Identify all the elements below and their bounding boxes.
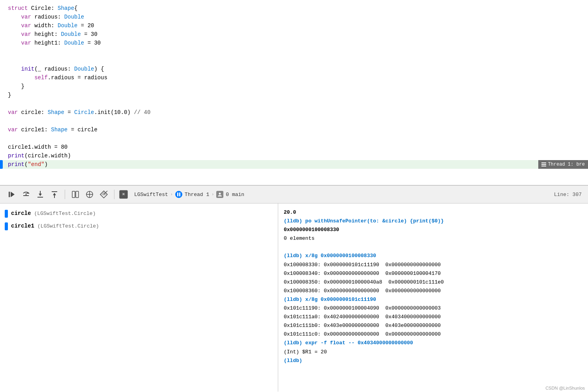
code-line-11: } (8, 91, 588, 99)
var-type-circle: (LGSwiftTest.Circle) (34, 210, 96, 217)
svg-marker-6 (39, 194, 42, 196)
debug-view-button[interactable] (84, 189, 95, 200)
line-info: Line: 307 (554, 192, 582, 198)
console-line-1: 20.0 (284, 208, 582, 217)
console-line-9: 0x100008350: 0x000000010000040a8 0x00000… (284, 278, 582, 287)
code-line-15: var circle1: Shape = circle (8, 125, 588, 134)
toolbar-divider-1 (65, 190, 65, 199)
code-editor: struct Circle: Shape{ var radious: Doubl… (0, 0, 588, 185)
code-line-1: struct Circle: Shape{ (8, 4, 588, 13)
code-line-13: var circle: Shape = Circle.init(10.0) //… (8, 108, 588, 117)
svg-rect-12 (76, 191, 79, 198)
current-execution-line: print("end") Thread 1: bre (0, 160, 588, 169)
step-into-button[interactable] (35, 189, 46, 200)
svg-point-19 (219, 193, 221, 195)
var-indicator-circle (5, 210, 8, 218)
breadcrumb: LGSwiftTest › Thread 1 › 0 main (134, 191, 244, 198)
variable-circle: circle (LGSwiftTest.Circle) (0, 207, 278, 220)
svg-marker-1 (11, 192, 15, 197)
continue-button[interactable] (6, 189, 17, 200)
breadcrumb-thread[interactable]: Thread 1 (185, 192, 209, 198)
console-line-12: 0x101c11190: 0x0000000100004090 0x000000… (284, 304, 582, 313)
code-line-5: var height1: Double = 30 (8, 39, 588, 47)
code-line-12 (8, 99, 588, 108)
code-line-7 (8, 56, 588, 65)
code-line-18: print(circle.width) (8, 151, 588, 160)
var-type-circle1: (LGSwiftTest.Circle) (37, 223, 99, 230)
simulate-location-button[interactable] (98, 189, 109, 200)
console-line-13: 0x101c111a0: 0x4024000000000000 0x403400… (284, 313, 582, 321)
code-line-3: var width: Double = 20 (8, 21, 588, 30)
code-line-16 (8, 134, 588, 143)
var-indicator-circle1 (5, 222, 8, 230)
code-line-14 (8, 117, 588, 125)
code-line-6 (8, 47, 588, 56)
breadcrumb-chevron-1: › (170, 192, 173, 197)
svg-rect-11 (72, 191, 75, 198)
console-line-14: 0x101c111b0: 0x403e000000000000 0x403e00… (284, 321, 582, 330)
code-line-19: print("end") (8, 160, 588, 169)
debug-toolbar: ⌘ LGSwiftTest › Thread 1 › 0 main Line: … (0, 185, 588, 203)
code-line-8: init(_ radious: Double) { (8, 65, 588, 73)
var-name-circle1: circle1 (11, 222, 34, 230)
breadcrumb-frame[interactable]: 0 main (226, 192, 244, 198)
variables-panel: circle (LGSwiftTest.Circle) circle1 (LGS… (0, 203, 278, 392)
breadcrumb-app[interactable]: LGSwiftTest (134, 192, 168, 198)
line-info-text: Line: 307 (554, 192, 582, 198)
console-line-8: 0x100008340: 0x0000000000000000 0x000000… (284, 269, 582, 278)
code-line-10: } (8, 82, 588, 91)
var-name-circle: circle (11, 210, 31, 218)
console-line-15: 0x101c111c0: 0x0000000000000000 0x000000… (284, 330, 582, 339)
breakpoints-button[interactable] (70, 189, 81, 200)
console-line-4: 0 elements (284, 234, 582, 243)
step-out-button[interactable] (49, 189, 60, 200)
console-panel: 20.0 (lldb) po withUnsafePointer(to: &ci… (278, 203, 588, 392)
console-line-3: 0x0000000100008330 (284, 226, 582, 234)
thread-pause-icon (175, 191, 182, 198)
console-line-5 (284, 243, 582, 252)
console-line-18: (lldb) (284, 357, 582, 365)
toolbar-divider-2 (114, 190, 114, 199)
watermark: CSDN @LinShunlos (545, 386, 585, 390)
console-line-11: (lldb) x/8g 0x0000000101c11190 (284, 295, 582, 304)
code-line-2: var radious: Double (8, 13, 588, 21)
code-line-4: var height: Double = 30 (8, 30, 588, 39)
svg-rect-0 (9, 192, 10, 197)
svg-marker-9 (53, 193, 56, 195)
bottom-panel: circle (LGSwiftTest.Circle) circle1 (LGS… (0, 203, 588, 392)
thread-badge: Thread 1: bre (538, 160, 588, 169)
code-line-9: self.radious = radious (8, 73, 588, 82)
console-line-2: (lldb) po withUnsafePointer(to: &circle)… (284, 217, 582, 226)
breadcrumb-chevron-2: › (212, 192, 214, 197)
console-line-6: (lldb) x/8g 0x0000000100008330 (284, 252, 582, 260)
frame-person-icon (216, 191, 223, 198)
console-line-16: (lldb) expr -f float -- 0x40340000000000… (284, 339, 582, 347)
thread-badge-text: Thread 1: bre (548, 162, 585, 167)
console-line-17: (Int) $R1 = 20 (284, 348, 582, 357)
variable-circle1: circle1 (LGSwiftTest.Circle) (0, 220, 278, 233)
console-line-10: 0x100008360: 0x0000000000000000 0x000000… (284, 287, 582, 295)
step-over-button[interactable] (21, 189, 32, 200)
console-line-7: 0x100008330: 0x0000000101c11190 0x000000… (284, 261, 582, 269)
code-line-17: circle1.width = 80 (8, 143, 588, 151)
terminal-icon: ⌘ (119, 190, 128, 199)
